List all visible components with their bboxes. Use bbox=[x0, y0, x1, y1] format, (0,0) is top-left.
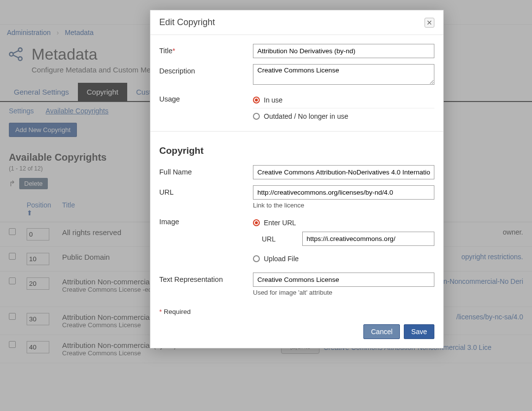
copyright-section-title: Copyright bbox=[159, 145, 434, 165]
label-url: URL bbox=[159, 185, 253, 196]
url-help: Link to the licence bbox=[253, 202, 434, 209]
label-description: Description bbox=[159, 64, 253, 75]
modal-title: Edit Copyright bbox=[159, 17, 215, 28]
radio-outdated[interactable] bbox=[253, 113, 260, 120]
description-textarea[interactable] bbox=[253, 64, 434, 85]
required-star: * bbox=[173, 47, 176, 55]
radio-in-use[interactable] bbox=[253, 97, 260, 103]
label-text-rep: Text Representation bbox=[159, 273, 253, 283]
text-rep-help: Used for image 'alt' attribute bbox=[253, 289, 434, 296]
close-icon[interactable]: ✕ bbox=[425, 18, 434, 28]
label-image: Image bbox=[159, 215, 253, 226]
required-note-text: Required bbox=[162, 308, 191, 315]
cancel-button[interactable]: Cancel bbox=[363, 324, 400, 339]
save-button[interactable]: Save bbox=[404, 324, 434, 339]
image-url-input[interactable] bbox=[302, 232, 434, 246]
label-sub-url: URL bbox=[262, 235, 295, 243]
label-upload-file: Upload File bbox=[264, 255, 299, 263]
label-in-use: In use bbox=[264, 96, 283, 104]
label-enter-url: Enter URL bbox=[264, 219, 296, 227]
radio-upload-file[interactable] bbox=[253, 255, 260, 262]
fullname-input[interactable] bbox=[253, 165, 434, 179]
radio-enter-url[interactable] bbox=[253, 219, 260, 226]
label-usage: Usage bbox=[159, 92, 253, 103]
label-outdated: Outdated / No longer in use bbox=[264, 112, 348, 120]
label-fullname: Full Name bbox=[159, 165, 253, 176]
label-title: Title bbox=[159, 47, 173, 55]
text-rep-input[interactable] bbox=[253, 273, 434, 287]
edit-copyright-modal: Edit Copyright ✕ Title* Description Usag… bbox=[150, 10, 444, 348]
title-input[interactable] bbox=[253, 44, 434, 58]
url-input[interactable] bbox=[253, 185, 434, 200]
